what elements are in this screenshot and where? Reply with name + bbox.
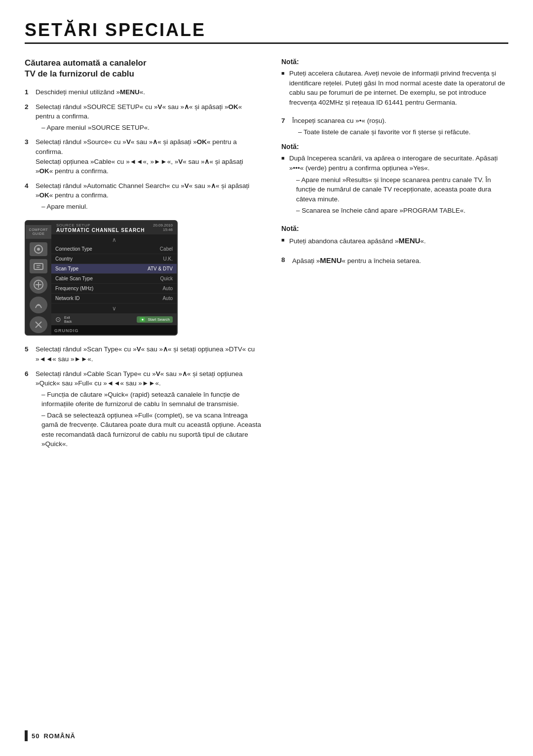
note-box-2: Notă: ■ După începerea scanării, va apăr… [281, 143, 508, 215]
note-title-1: Notă: [281, 58, 508, 66]
steps-list: 1 Deschideți meniul utilizând »MENU«. 2 … [25, 87, 262, 211]
tv-sidebar: COMFORTGUIDE [26, 221, 51, 335]
right-steps: 7 Începeți scanarea cu »•« (roșu). – Toa… [281, 116, 508, 137]
note-item-3-1: ■ Puteți abandona căutarea apăsând »MENU… [281, 235, 508, 246]
step-3: 3 Selectați rândul »Source« cu »V« sau »… [25, 137, 262, 176]
tv-sidebar-icon-4 [30, 297, 47, 313]
note-box-3: Notă: ■ Puteți abandona căutarea apăsând… [281, 225, 508, 246]
step-1: 1 Deschideți meniul utilizând »MENU«. [25, 87, 262, 97]
step-7: 7 Începeți scanarea cu »•« (roșu). – Toa… [281, 116, 508, 137]
step-6: 6 Selectați rândul »Cable Scan Type« cu … [25, 369, 262, 450]
tv-screen-container: COMFORTGUIDE [25, 220, 262, 336]
tv-sidebar-icon-2 [30, 259, 47, 273]
tv-source-label: SOURCE SETUP [56, 223, 145, 227]
tv-start-search-btn[interactable]: ● Start Search [137, 316, 173, 323]
note-title-2: Notă: [281, 143, 508, 151]
tv-sidebar-icon-5 [30, 316, 47, 333]
step-2: 2 Selectați rândul »SOURCE SETUP« cu »V«… [25, 102, 262, 133]
tv-icon-circle: ⊙ [55, 315, 61, 323]
tv-sidebar-icon-1 [30, 242, 47, 257]
svg-rect-2 [34, 264, 43, 269]
main-content: Căutarea automată a canalelor TV de la f… [25, 58, 508, 458]
tv-screen: COMFORTGUIDE [25, 220, 178, 336]
tv-footer-icons: ⊙ Exit Back [55, 315, 72, 323]
note-item-2-1: ■ După începerea scanării, va apărea o i… [281, 153, 508, 215]
tv-main: SOURCE SETUP AUTOMATIC CHANNEL SEARCH 20… [51, 221, 177, 335]
note-title-3: Notă: [281, 225, 508, 232]
note-list-1: ■ Puteți accelera căutarea. Aveți nevoie… [281, 69, 508, 107]
tv-row-4: Cable Scan Type Quick [51, 274, 177, 284]
tv-nav-up: ∧ [51, 234, 177, 244]
left-column: Căutarea automată a canalelor TV de la f… [25, 58, 262, 458]
tv-nav-down: ∨ [51, 303, 177, 313]
note-list-3: ■ Puteți abandona căutarea apăsând »MENU… [281, 235, 508, 246]
tv-footer: ⊙ Exit Back ● Start Search [51, 313, 177, 325]
tv-header-right: 20.09.2010 15:46 [153, 223, 173, 232]
step-4: 4 Selectați rândul »Automatic Channel Se… [25, 181, 262, 212]
tv-grundig-label: GRUNDIG [51, 325, 177, 335]
tv-header: SOURCE SETUP AUTOMATIC CHANNEL SEARCH 20… [51, 221, 177, 234]
step-8: 8 Apăsați »MENU« pentru a încheia setare… [281, 255, 508, 266]
right-steps-2: 8 Apăsați »MENU« pentru a încheia setare… [281, 255, 508, 266]
tv-channel-label: AUTOMATIC CHANNEL SEARCH [56, 227, 145, 233]
tv-row-3: Scan Type ATV & DTV [51, 264, 177, 274]
svg-point-1 [37, 248, 40, 251]
step-5: 5 Selectați rândul »Scan Type« cu »V« sa… [25, 344, 262, 364]
page-title-section: SETĂRI SPECIALE [25, 20, 508, 44]
note-item-1-1: ■ Puteți accelera căutarea. Aveți nevoie… [281, 69, 508, 107]
note-list-2: ■ După începerea scanării, va apărea o i… [281, 153, 508, 215]
section-heading: Căutarea automată a canalelor TV de la f… [25, 58, 262, 79]
page-footer: 50 ROMÂNĂ [25, 730, 76, 741]
tv-row-1: Connection Type Cabel [51, 244, 177, 254]
tv-menu-table: Connection Type Cabel Country U.K. Scan … [51, 244, 177, 303]
tv-row-5: Frequency (MHz) Auto [51, 284, 177, 294]
tv-exit-back: Exit Back [64, 316, 72, 323]
footer-language: ROMÂNĂ [43, 732, 76, 740]
tv-row-6: Network ID Auto [51, 294, 177, 303]
tv-comfort-guide: COMFORTGUIDE [26, 225, 51, 238]
page-title: SETĂRI SPECIALE [25, 20, 508, 40]
footer-page-number: 50 [32, 732, 39, 740]
tv-sidebar-icon-3 [30, 276, 47, 293]
tv-header-left: SOURCE SETUP AUTOMATIC CHANNEL SEARCH [56, 223, 145, 233]
footer-bar [25, 730, 28, 741]
tv-row-2: Country U.K. [51, 254, 177, 264]
right-column: Notă: ■ Puteți accelera căutarea. Aveți … [281, 58, 508, 458]
tv-comfort-label: COMFORTGUIDE [29, 228, 48, 235]
steps-after-screen: 5 Selectați rândul »Scan Type« cu »V« sa… [25, 344, 262, 449]
note-box-1: Notă: ■ Puteți accelera căutarea. Aveți … [281, 58, 508, 107]
